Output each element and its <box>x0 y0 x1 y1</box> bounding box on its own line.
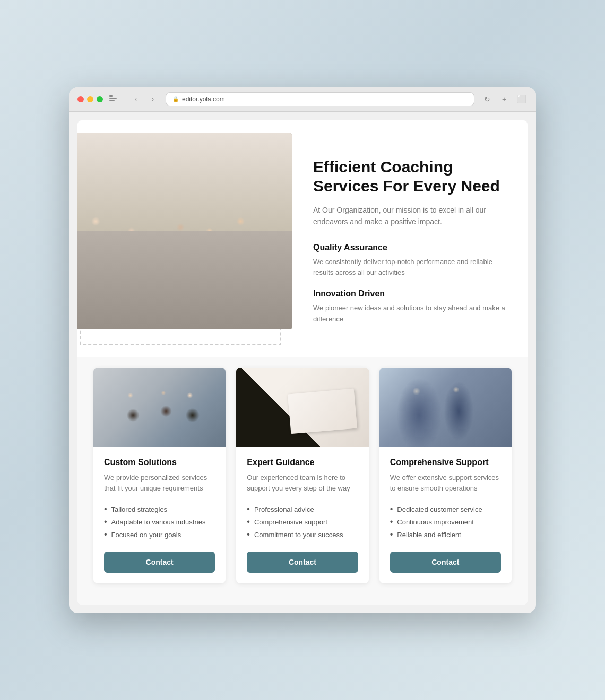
hero-subtitle: At Our Organization, our mission is to e… <box>313 204 506 228</box>
page-content: Efficient Coaching Services For Every Ne… <box>77 120 528 605</box>
feature-innovation-text: We pioneer new ideas and solutions to st… <box>313 303 506 325</box>
browser-navigation: ‹ › <box>129 93 159 106</box>
new-tab-button[interactable]: + <box>498 93 511 106</box>
card-2-contact-button[interactable]: Contact <box>247 552 358 573</box>
list-item: Tailored strategies <box>104 503 215 515</box>
feature-quality: Quality Assurance We consistently delive… <box>313 243 506 279</box>
hero-image-container <box>77 133 292 329</box>
back-button[interactable]: ‹ <box>129 93 142 106</box>
card-2-body: Expert Guidance Our experienced team is … <box>236 447 368 584</box>
traffic-lights <box>77 96 103 102</box>
hero-image <box>77 133 292 329</box>
list-item: Continuous improvement <box>390 515 501 528</box>
card-1-list: Tailored strategies Adaptable to various… <box>104 503 215 541</box>
scene-people <box>77 133 292 329</box>
hero-title: Efficient Coaching Services For Every Ne… <box>313 158 506 196</box>
minimize-button[interactable] <box>87 96 93 102</box>
card-3-contact-button[interactable]: Contact <box>390 552 501 573</box>
card-2-image <box>236 368 368 447</box>
feature-quality-text: We consistently deliver top-notch perfor… <box>313 257 506 279</box>
card-1-body: Custom Solutions We provide personalized… <box>93 447 226 584</box>
list-item: Comprehensive support <box>247 515 358 528</box>
card-custom-solutions: Custom Solutions We provide personalized… <box>93 368 226 584</box>
cards-section: Custom Solutions We provide personalized… <box>77 357 528 605</box>
list-item: Focused on your goals <box>104 528 215 541</box>
card-3-list: Dedicated customer service Continuous im… <box>390 503 501 541</box>
list-item: Reliable and efficient <box>390 528 501 541</box>
hero-section: Efficient Coaching Services For Every Ne… <box>77 120 528 357</box>
forward-button[interactable]: › <box>146 93 159 106</box>
card-1-contact-button[interactable]: Contact <box>104 552 215 573</box>
card-1-text: We provide personalized services that fi… <box>104 472 215 495</box>
lock-icon: 🔒 <box>172 96 179 102</box>
feature-quality-title: Quality Assurance <box>313 243 506 252</box>
meeting-scene <box>77 133 292 329</box>
card-1-image <box>93 368 226 447</box>
address-bar[interactable]: 🔒 editor.yola.com <box>166 92 474 106</box>
browser-window: ‹ › 🔒 editor.yola.com ↻ + ⬜ <box>69 87 536 614</box>
feature-innovation-title: Innovation Driven <box>313 289 506 299</box>
close-button[interactable] <box>77 96 84 102</box>
share-button[interactable]: ↻ <box>481 93 494 106</box>
card-2-title: Expert Guidance <box>247 458 358 467</box>
card-3-title: Comprehensive Support <box>390 458 501 467</box>
card-1-title: Custom Solutions <box>104 458 215 467</box>
card-2-text: Our experienced team is here to support … <box>247 472 358 495</box>
list-item: Commitment to your success <box>247 528 358 541</box>
card-3-text: We offer extensive support services to e… <box>390 472 501 495</box>
hero-text: Efficient Coaching Services For Every Ne… <box>313 142 506 336</box>
card-expert-guidance: Expert Guidance Our experienced team is … <box>236 368 368 584</box>
card-3-body: Comprehensive Support We offer extensive… <box>379 447 512 584</box>
browser-actions: ↻ + ⬜ <box>481 93 528 106</box>
list-item: Adaptable to various industries <box>104 515 215 528</box>
browser-chrome: ‹ › 🔒 editor.yola.com ↻ + ⬜ <box>69 87 536 112</box>
card-comprehensive-support: Comprehensive Support We offer extensive… <box>379 368 512 584</box>
feature-innovation: Innovation Driven We pioneer new ideas a… <box>313 289 506 325</box>
extensions-button[interactable]: ⬜ <box>515 93 528 106</box>
list-item: Professional advice <box>247 503 358 515</box>
card-2-list: Professional advice Comprehensive suppor… <box>247 503 358 541</box>
card-3-image <box>379 368 512 447</box>
url-text: editor.yola.com <box>182 95 225 103</box>
maximize-button[interactable] <box>97 96 103 102</box>
list-item: Dedicated customer service <box>390 503 501 515</box>
sidebar-icon <box>109 95 119 103</box>
